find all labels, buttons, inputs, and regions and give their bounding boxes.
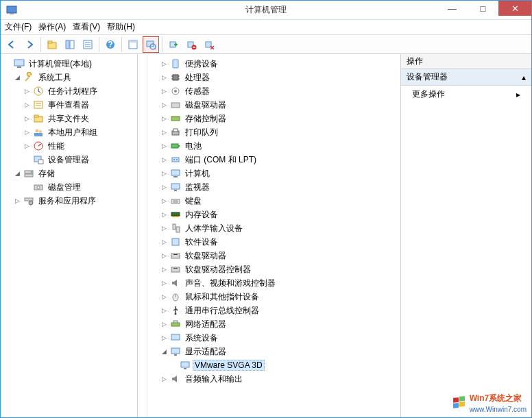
nav-task-scheduler[interactable]: ▷任务计划程序: [2, 84, 136, 98]
collapse-icon[interactable]: ▷: [23, 101, 31, 108]
expand-icon[interactable]: ◢: [160, 348, 168, 355]
minimize-button[interactable]: —: [437, 1, 468, 16]
collapse-icon[interactable]: ▷: [160, 293, 168, 300]
properties-button[interactable]: [125, 36, 141, 53]
dev-ports[interactable]: ▷端口 (COM 和 LPT): [149, 153, 399, 167]
back-button[interactable]: [3, 36, 20, 53]
dev-portable[interactable]: ▷便携设备: [149, 57, 399, 71]
collapse-icon[interactable]: ▷: [160, 266, 168, 273]
up-button[interactable]: [44, 36, 60, 53]
nav-disk-management[interactable]: 磁盘管理: [2, 180, 136, 194]
collapse-icon[interactable]: ▷: [160, 170, 168, 177]
nav-services-apps[interactable]: ▷服务和应用程序: [2, 194, 136, 208]
help-button[interactable]: ?: [102, 36, 119, 53]
collapse-icon[interactable]: ▷: [160, 238, 168, 245]
svg-text:?: ?: [108, 40, 112, 49]
dev-system[interactable]: ▷系统设备: [149, 331, 399, 345]
scan-hardware-button[interactable]: [143, 36, 159, 53]
dev-mice[interactable]: ▷鼠标和其他指针设备: [149, 290, 399, 304]
dev-floppy-controller[interactable]: ▷软盘驱动器控制器: [149, 262, 399, 276]
dev-batteries[interactable]: ▷电池: [149, 139, 399, 153]
svg-rect-88: [453, 402, 459, 408]
collapse-icon[interactable]: ▷: [160, 88, 168, 95]
actions-section[interactable]: 设备管理器 ▴: [401, 69, 531, 86]
menu-action[interactable]: 操作(A): [38, 21, 66, 33]
enable-device-button[interactable]: [165, 36, 182, 53]
collapse-icon[interactable]: ▷: [160, 143, 168, 149]
dev-hid[interactable]: ▷人体学输入设备: [149, 221, 399, 235]
dev-print-queues[interactable]: ▷打印队列: [149, 125, 399, 139]
windows-logo-icon: [452, 396, 467, 411]
nav-system-tools[interactable]: ◢系统工具: [2, 71, 136, 84]
collapse-icon[interactable]: ▷: [23, 143, 31, 149]
device-tree[interactable]: ▷便携设备 ▷处理器 ▷传感器 ▷磁盘驱动器 ▷存储控制器 ▷打印队列 ▷电池 …: [147, 54, 400, 417]
dev-storage-controllers[interactable]: ▷存储控制器: [149, 112, 399, 125]
svg-rect-81: [171, 334, 180, 340]
dev-keyboards[interactable]: ▷键盘: [149, 194, 399, 208]
dev-sound[interactable]: ▷声音、视频和游戏控制器: [149, 276, 399, 290]
collapse-icon[interactable]: ▷: [160, 184, 168, 190]
collapse-icon[interactable]: ▷: [160, 115, 168, 122]
collapse-icon[interactable]: ▷: [160, 101, 168, 108]
collapse-icon[interactable]: ▷: [160, 211, 168, 218]
dev-display-vmware[interactable]: VMware SVGA 3D: [149, 358, 399, 372]
collapse-icon[interactable]: ▷: [160, 225, 168, 232]
actions-more[interactable]: 更多操作 ▸: [401, 86, 531, 103]
dev-sensors[interactable]: ▷传感器: [149, 84, 399, 98]
collapse-icon[interactable]: ▷: [160, 334, 168, 341]
dev-usb[interactable]: ▷通用串行总线控制器: [149, 304, 399, 317]
nav-local-users[interactable]: ▷本地用户和组: [2, 125, 136, 139]
cpu-icon: [170, 72, 181, 83]
collapse-icon[interactable]: ▷: [160, 197, 168, 204]
dev-memory[interactable]: ▷内存设备: [149, 208, 399, 221]
collapse-icon[interactable]: ▷: [160, 129, 168, 136]
collapse-icon[interactable]: ▷: [160, 60, 168, 67]
collapse-icon[interactable]: ▷: [160, 252, 168, 259]
collapse-icon[interactable]: ▷: [160, 321, 168, 328]
nav-storage[interactable]: ◢存储: [2, 167, 136, 180]
dev-computer[interactable]: ▷计算机: [149, 167, 399, 180]
collapse-icon[interactable]: ▷: [23, 129, 31, 136]
display-adapter-icon: [180, 360, 191, 371]
collapse-icon[interactable]: ▷: [160, 280, 168, 286]
device-manager-icon: [33, 154, 44, 165]
collapse-icon[interactable]: ▷: [13, 197, 21, 204]
show-hide-tree-button[interactable]: [62, 36, 78, 53]
uninstall-device-button[interactable]: [201, 36, 217, 53]
nav-performance[interactable]: ▷性能: [2, 139, 136, 153]
menu-view[interactable]: 查看(V): [73, 21, 100, 33]
collapse-icon[interactable]: ▷: [160, 307, 168, 314]
nav-shared-folders[interactable]: ▷共享文件夹: [2, 112, 136, 125]
close-button[interactable]: ✕: [498, 1, 531, 16]
dev-monitors[interactable]: ▷监视器: [149, 180, 399, 194]
forward-button[interactable]: [21, 36, 38, 53]
mouse-icon: [170, 291, 181, 302]
menu-file[interactable]: 文件(F): [5, 21, 32, 33]
collapse-icon[interactable]: ▷: [23, 88, 31, 95]
svg-rect-1: [10, 13, 14, 14]
dev-audio-io[interactable]: ▷音频输入和输出: [149, 372, 399, 386]
dev-network[interactable]: ▷网络适配器: [149, 317, 399, 331]
navigation-tree[interactable]: 计算机管理(本地) ◢系统工具 ▷任务计划程序 ▷事件查看器 ▷共享文件夹 ▷本…: [1, 54, 138, 417]
list-button[interactable]: [80, 36, 96, 53]
toolbar-separator: [40, 37, 41, 52]
nav-event-viewer[interactable]: ▷事件查看器: [2, 98, 136, 112]
collapse-icon[interactable]: ▷: [160, 156, 168, 163]
dev-display[interactable]: ◢显示适配器: [149, 345, 399, 358]
expand-icon[interactable]: ◢: [13, 170, 21, 177]
dev-floppy[interactable]: ▷软盘驱动器: [149, 249, 399, 262]
disable-device-button[interactable]: [183, 36, 200, 53]
collapse-icon[interactable]: ▷: [23, 115, 31, 122]
expand-icon[interactable]: ◢: [13, 74, 21, 81]
collapse-icon[interactable]: ▷: [160, 376, 168, 382]
dev-disk-drives[interactable]: ▷磁盘驱动器: [149, 98, 399, 112]
dev-software[interactable]: ▷软件设备: [149, 235, 399, 249]
maximize-button[interactable]: □: [468, 1, 498, 16]
svg-rect-13: [129, 40, 137, 42]
menu-help[interactable]: 帮助(H): [107, 21, 135, 33]
nav-root[interactable]: 计算机管理(本地): [2, 57, 136, 71]
svg-rect-37: [25, 174, 33, 177]
collapse-icon[interactable]: ▷: [160, 74, 168, 81]
nav-device-manager[interactable]: 设备管理器: [2, 153, 136, 167]
dev-processors[interactable]: ▷处理器: [149, 71, 399, 84]
